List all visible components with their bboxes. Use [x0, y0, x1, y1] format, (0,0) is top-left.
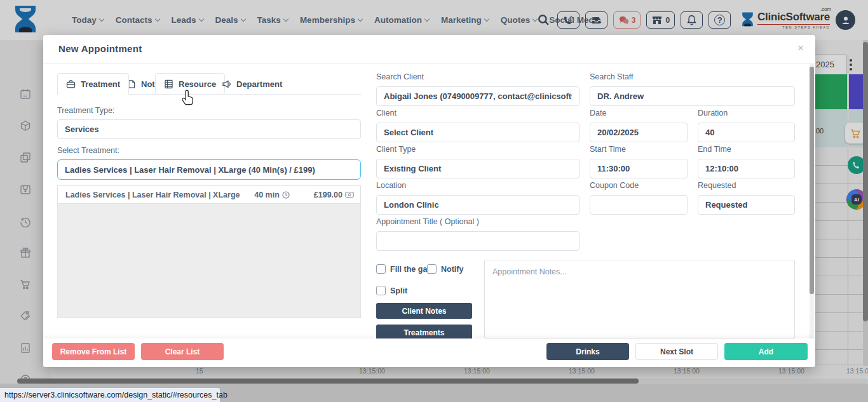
treatment-price: £199.00	[314, 191, 342, 199]
search-staff-input[interactable]	[590, 86, 795, 106]
requested-label: Requested	[698, 181, 736, 190]
start-time-input[interactable]	[590, 159, 688, 178]
banknote-icon	[345, 191, 354, 198]
coupon-code-label: Coupon Code	[590, 181, 639, 190]
app-window: Today Contacts Leads Deals Tasks Members…	[0, 0, 868, 402]
checkbox-icon[interactable]	[427, 264, 437, 274]
remove-from-list-button[interactable]: Remove From List	[52, 343, 135, 360]
end-time-input[interactable]	[698, 159, 795, 178]
next-slot-button[interactable]: Next Slot	[635, 343, 718, 360]
checkbox-icon[interactable]	[376, 264, 386, 274]
briefcase-icon	[66, 79, 76, 89]
date-input[interactable]	[590, 123, 688, 142]
appointment-title-input[interactable]	[376, 231, 580, 251]
client-select[interactable]	[376, 123, 580, 142]
status-url: https://server3.clinicsoftware.com/desig…	[4, 391, 227, 399]
client-label: Client	[376, 109, 397, 117]
treatment-type-select[interactable]	[57, 119, 361, 139]
appointment-title-label: Appointment Title ( Optional )	[376, 217, 479, 226]
modal-scrollbar-thumb[interactable]	[810, 67, 814, 294]
modal-footer: Remove From List Clear List Drinks Next …	[43, 338, 815, 367]
client-notes-button[interactable]: Client Notes	[376, 303, 472, 319]
modal-title: New Appointment	[58, 43, 142, 54]
new-appointment-modal: New Appointment × Treatment Note Resourc…	[43, 35, 815, 367]
status-url-tooltip: https://server3.clinicsoftware.com/desig…	[0, 387, 220, 402]
search-staff-label: Search Staff	[590, 72, 634, 81]
add-button[interactable]: Add	[724, 343, 808, 360]
clear-list-button[interactable]: Clear List	[141, 343, 224, 360]
start-time-label: Start Time	[590, 145, 626, 154]
location-select[interactable]	[376, 195, 580, 215]
megaphone-icon	[222, 79, 231, 89]
treatment-list-panel	[57, 185, 361, 318]
location-label: Location	[376, 181, 406, 190]
appointment-notes-textarea[interactable]	[484, 260, 795, 338]
treatment-list-item[interactable]: Ladies Services | Laser Hair Removal | X…	[57, 185, 361, 204]
checkbox-icon[interactable]	[376, 286, 386, 295]
treatment-name: Ladies Services | Laser Hair Removal | X…	[58, 191, 254, 199]
duration-label: Duration	[698, 109, 728, 117]
client-type-label: Client Type	[376, 145, 416, 154]
close-icon[interactable]: ×	[797, 42, 804, 55]
search-client-label: Search Client	[376, 72, 424, 81]
notify-checkbox[interactable]: Notify	[427, 264, 463, 274]
coupon-code-input[interactable]	[590, 195, 688, 215]
duration-input[interactable]	[698, 123, 795, 142]
select-treatment-label: Select Treatment:	[57, 146, 119, 155]
split-checkbox[interactable]: Split	[376, 286, 407, 295]
clock-icon	[282, 191, 290, 199]
select-treatment-input[interactable]	[57, 159, 361, 180]
fill-the-gap-checkbox[interactable]: Fill the gap	[376, 264, 432, 274]
search-client-input[interactable]	[376, 86, 580, 106]
client-type-select[interactable]	[376, 159, 580, 178]
modal-header: New Appointment ×	[43, 35, 815, 64]
date-label: Date	[590, 109, 606, 117]
requested-select[interactable]	[698, 195, 795, 215]
grid-icon	[164, 79, 173, 89]
treatment-duration: 40 min	[254, 191, 280, 199]
tab-department[interactable]: Department	[214, 73, 290, 95]
end-time-label: End Time	[698, 145, 731, 154]
drinks-button[interactable]: Drinks	[546, 343, 629, 360]
treatment-type-label: Treatment Type:	[57, 106, 114, 115]
tab-treatment[interactable]: Treatment	[57, 73, 129, 95]
